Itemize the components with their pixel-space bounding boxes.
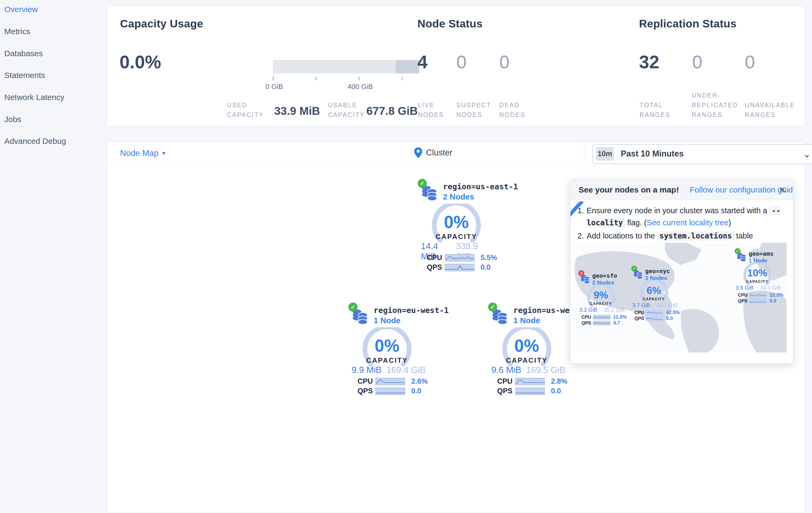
chevron-down-icon: ⌄ (803, 148, 811, 160)
dead-nodes-value: 0 (499, 51, 510, 72)
warning-count-icon: 1 (578, 270, 584, 276)
used-value: 3.6 GiB (736, 285, 754, 291)
region-title: geo=sfo (592, 272, 617, 279)
capacity-tick (273, 77, 273, 80)
cpu-row: CPU 2.8% (497, 377, 568, 385)
healthy-check-icon: ✓ (488, 302, 497, 312)
total-ranges-label: TOTALRANGES (640, 100, 670, 120)
qps-label: QPS (357, 387, 375, 395)
qps-value: 0.0 (551, 387, 561, 395)
db-console-overview-page: Overview Metrics Databases Statements Ne… (0, 0, 812, 513)
breadcrumb-label: Cluster (426, 148, 452, 158)
capacity-tick (316, 77, 316, 80)
qps-sparkline (646, 316, 664, 321)
sidebar-item-databases[interactable]: Databases (4, 49, 43, 58)
system-locations-code: system.locations (657, 231, 734, 241)
cpu-row: CPU 5.5% (427, 253, 497, 262)
capacity-percent: 0% (350, 336, 424, 356)
capacity-tick (402, 77, 402, 80)
replication-status-title: Replication Status (639, 18, 736, 30)
sidebar-item-jobs[interactable]: Jobs (4, 115, 21, 124)
view-caret-icon: ▾ (162, 150, 165, 157)
region-title: geo=ams (749, 250, 774, 257)
total-value: 35.1 GiB (604, 307, 625, 313)
used-value: 9.9 MiB (352, 365, 382, 375)
close-icon[interactable]: ✕ (779, 185, 786, 195)
popup-header: See your nodes on a map! Follow our conf… (571, 180, 793, 200)
locality-tree-link[interactable]: See current locality tree (646, 218, 728, 227)
capacity-bar (273, 60, 419, 73)
cpu-value: 2.6% (411, 377, 428, 385)
capacity-bar-reserved-segment (396, 60, 419, 73)
node-map-toolbar: Node Map▾ Cluster 10m Past 10 Minutes ⌄ … (107, 142, 804, 165)
healthy-check-icon: ✓ (735, 248, 741, 254)
suspect-nodes-value: 0 (456, 51, 467, 72)
region-nodes-link[interactable]: 1 Node (513, 316, 540, 325)
cpu-sparkline (515, 378, 545, 385)
qps-row: QPS 0.0 (634, 316, 673, 321)
sidebar-item-metrics[interactable]: Metrics (4, 27, 30, 36)
setup-step-1: 1.Ensure every node in your cluster was … (578, 205, 785, 229)
sidebar-item-overview[interactable]: Overview (4, 5, 38, 14)
qps-sparkline (375, 387, 405, 395)
dead-nodes-label: DEADNODES (499, 100, 525, 120)
capacity-percent: 9% (579, 290, 622, 301)
used-capacity-value: 33.9 MiB (274, 105, 320, 117)
cpu-row: CPU 11.0% (582, 314, 627, 320)
capacity-percent: 6% (632, 285, 675, 296)
time-range-label: Past 10 Minutes (621, 149, 684, 159)
capacity-caption: CAPACITY (490, 356, 564, 364)
healthy-check-icon: ✓ (348, 302, 357, 312)
unavailable-ranges-value: 0 (745, 51, 755, 72)
time-range-dropdown[interactable]: 10m Past 10 Minutes ⌄ (592, 144, 812, 164)
cpu-label: CPU (497, 377, 515, 385)
cpu-label: CPU (427, 253, 444, 262)
qps-value: 0.0 (411, 387, 422, 395)
qps-row: QPS 0.0 (357, 387, 422, 395)
total-value: 169.5 GiB (526, 365, 566, 375)
cpu-sparkline (593, 315, 611, 319)
sidebar-item-network-latency[interactable]: Network Latency (4, 93, 64, 102)
total-value: 34.4 GiB (760, 285, 781, 291)
cpu-sparkline (749, 293, 767, 297)
capacity-usage-title: Capacity Usage (120, 18, 203, 30)
region-nodes-link[interactable]: 2 Nodes (443, 192, 474, 201)
cpu-sparkline (646, 310, 664, 315)
region-title: region=eu-west-1 (374, 306, 448, 315)
qps-label: QPS (427, 263, 444, 272)
toolbar-divider (584, 142, 584, 165)
breadcrumb[interactable]: Cluster (414, 147, 452, 158)
qps-label: QPS (497, 387, 515, 395)
live-nodes-value: 4 (417, 51, 428, 72)
region-nodes-link[interactable]: 1 Node (374, 316, 401, 325)
total-value: 169.4 GiB (386, 365, 426, 375)
cluster-summary-card: Capacity Usage 0.0% 0 GiB 400 GiB USEDCA… (107, 6, 805, 126)
qps-sparkline (444, 264, 475, 271)
capacity-percent: 0% (419, 212, 493, 232)
node-map-setup-popup: See your nodes on a map! Follow our conf… (570, 180, 793, 363)
cpu-label: CPU (357, 377, 375, 385)
cpu-sparkline (444, 254, 475, 262)
qps-value: 0.0 (481, 263, 491, 272)
sidebar-item-advanced-debug[interactable]: Advanced Debug (4, 137, 66, 146)
live-nodes-label: LIVENODES (418, 100, 444, 120)
cpu-value: 2.8% (551, 377, 568, 385)
capacity-tick (359, 77, 359, 80)
qps-sparkline (749, 299, 767, 303)
cpu-value: 5.5% (481, 253, 497, 262)
unavailable-ranges-label: UNAVAILABLERANGES (745, 100, 795, 120)
sidebar-item-statements[interactable]: Statements (4, 71, 45, 80)
healthy-check-icon: ✓ (418, 179, 427, 188)
configuration-guide-link[interactable]: Follow our configuration guide (690, 185, 793, 194)
view-selector[interactable]: Node Map▾ (120, 148, 165, 158)
cpu-row: CPU 12.3% (738, 292, 783, 298)
capacity-tick-label-0: 0 GiB (265, 83, 283, 91)
capacity-caption: CAPACITY (579, 301, 622, 306)
qps-sparkline (593, 321, 611, 325)
suspect-nodes-label: SUSPECTNODES (456, 100, 491, 120)
usable-capacity-label: USABLECAPACITY (328, 100, 365, 120)
capacity-caption: CAPACITY (736, 279, 779, 284)
used-capacity-label: USEDCAPACITY (227, 100, 264, 120)
under-replicated-value: 0 (692, 51, 702, 72)
capacity-caption: CAPACITY (632, 297, 675, 301)
